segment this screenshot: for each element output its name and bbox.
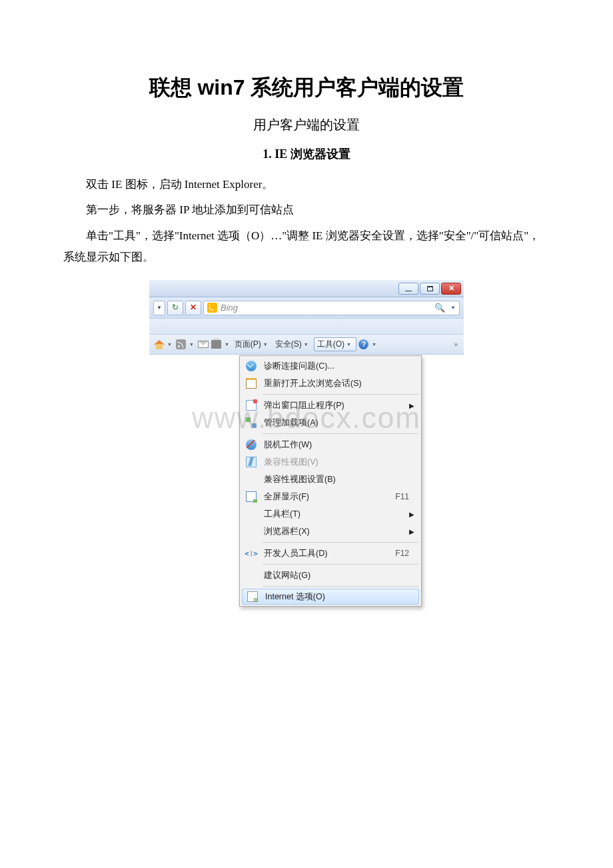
- command-toolbar: ▼ ▼ ▼ 页面(P)▼ 安全(S)▼ 工具(O)▼ ?▼ »: [149, 335, 464, 355]
- menu-item-manage-addons[interactable]: 管理加载项(A): [241, 414, 420, 431]
- internet-options-icon: [247, 591, 258, 602]
- popup-blocker-icon: [246, 400, 257, 411]
- menu-label: 诊断连接问题(C)...: [261, 361, 414, 372]
- help-icon[interactable]: ?: [358, 339, 370, 351]
- document-main-title: 联想 win7 系统用户客户端的设置: [63, 73, 550, 103]
- menu-label: 弹出窗口阻止程序(P): [261, 400, 409, 411]
- ie-screenshot: ✕ ▼ ↻ ✕ Bing 🔍 ▼ ▼ ▼ ▼ 页面(: [63, 280, 550, 355]
- ie-window: ✕ ▼ ↻ ✕ Bing 🔍 ▼ ▼ ▼ ▼ 页面(: [149, 280, 464, 355]
- feeds-icon[interactable]: [175, 339, 187, 351]
- menu-separator: [263, 433, 418, 434]
- submenu-arrow-icon: ▶: [409, 528, 414, 535]
- refresh-button[interactable]: ↻: [167, 301, 183, 315]
- reopen-icon: [246, 378, 257, 389]
- page-menu-button[interactable]: 页面(P)▼: [233, 337, 272, 351]
- window-titlebar: ✕: [149, 280, 464, 297]
- menu-item-diagnose[interactable]: 诊断连接问题(C)...: [241, 357, 420, 375]
- menu-item-work-offline[interactable]: 脱机工作(W): [241, 436, 420, 453]
- offline-icon: [246, 439, 257, 450]
- menu-separator: [263, 394, 418, 395]
- menu-label: 兼容性视图设置(B): [261, 474, 414, 485]
- minimize-button[interactable]: [398, 283, 418, 295]
- shortcut-label: F11: [395, 492, 414, 501]
- bing-icon: [207, 303, 217, 313]
- tools-label: 工具(O): [317, 339, 344, 350]
- fullscreen-icon: [246, 491, 257, 502]
- document-subtitle: 用户客户端的设置: [63, 116, 550, 134]
- safety-menu-button[interactable]: 安全(S)▼: [273, 337, 312, 351]
- tools-dropdown-menu: 诊断连接问题(C)... 重新打开上次浏览会话(S) 弹出窗口阻止程序(P) ▶: [239, 355, 422, 607]
- menu-label: Internet 选项(O): [263, 591, 413, 603]
- shortcut-label: F12: [395, 549, 414, 558]
- stop-button[interactable]: ✕: [185, 301, 201, 315]
- page-label: 页面(P): [235, 339, 261, 350]
- diagnose-icon: [246, 361, 257, 371]
- home-icon[interactable]: [153, 339, 165, 351]
- menu-item-dev-tools[interactable]: <❘> 开发人员工具(D) F12: [241, 545, 420, 562]
- maximize-button[interactable]: [420, 283, 440, 295]
- paragraph-2: 第一步，将服务器 IP 地址添加到可信站点: [63, 199, 550, 221]
- addons-icon: [246, 417, 257, 428]
- menu-label: 重新打开上次浏览会话(S): [261, 378, 414, 389]
- section-heading: 1. IE 浏览器设置: [63, 146, 550, 162]
- search-dropdown-icon[interactable]: ▼: [450, 305, 456, 311]
- menu-item-fullscreen[interactable]: 全屏显示(F) F11: [241, 488, 420, 505]
- search-placeholder: Bing: [221, 303, 238, 313]
- close-button[interactable]: ✕: [441, 283, 461, 295]
- menu-item-compat-view: 兼容性视图(V): [241, 453, 420, 471]
- menu-item-suggested-sites[interactable]: 建议网站(G): [241, 567, 420, 584]
- menu-separator: [263, 564, 418, 565]
- menu-label: 全屏显示(F): [261, 491, 395, 503]
- menu-item-explorer-bars[interactable]: 浏览器栏(X) ▶: [241, 523, 420, 540]
- address-bar-row: ▼ ↻ ✕ Bing 🔍 ▼: [149, 297, 464, 319]
- menu-label: 管理加载项(A): [261, 417, 414, 429]
- paragraph-3: 单击"工具"，选择"Internet 选项（O）…"调整 IE 浏览器安全设置，…: [63, 225, 550, 269]
- menu-label: 脱机工作(W): [261, 439, 414, 451]
- menu-label: 开发人员工具(D): [261, 548, 395, 559]
- paragraph-1: 双击 IE 图标，启动 Internet Explorer。: [63, 174, 550, 195]
- menu-item-toolbars[interactable]: 工具栏(T) ▶: [241, 505, 420, 523]
- menu-item-compat-settings[interactable]: 兼容性视图设置(B): [241, 471, 420, 488]
- print-icon[interactable]: [211, 339, 223, 351]
- submenu-arrow-icon: ▶: [409, 511, 414, 518]
- compat-view-icon: [246, 457, 257, 467]
- menu-label: 建议网站(G): [261, 570, 414, 581]
- address-dropdown-icon[interactable]: ▼: [153, 301, 165, 315]
- menu-item-popup-blocker[interactable]: 弹出窗口阻止程序(P) ▶: [241, 397, 420, 414]
- menu-label: 浏览器栏(X): [261, 526, 409, 537]
- safety-label: 安全(S): [275, 339, 302, 350]
- toolbar-overflow-icon[interactable]: »: [452, 341, 460, 348]
- search-icon[interactable]: 🔍: [434, 303, 445, 313]
- submenu-arrow-icon: ▶: [409, 402, 414, 409]
- tab-strip: [149, 319, 464, 335]
- tools-menu-button[interactable]: 工具(O)▼: [314, 337, 356, 351]
- menu-separator: [263, 542, 418, 543]
- menu-label: 兼容性视图(V): [261, 457, 414, 468]
- search-box[interactable]: Bing 🔍 ▼: [203, 301, 460, 315]
- menu-label: 工具栏(T): [261, 509, 409, 520]
- dev-tools-icon: <❘>: [246, 548, 257, 559]
- menu-item-internet-options[interactable]: Internet 选项(O): [242, 589, 419, 605]
- menu-separator: [263, 586, 418, 587]
- read-mail-icon[interactable]: [197, 339, 209, 351]
- menu-item-reopen-session[interactable]: 重新打开上次浏览会话(S): [241, 375, 420, 392]
